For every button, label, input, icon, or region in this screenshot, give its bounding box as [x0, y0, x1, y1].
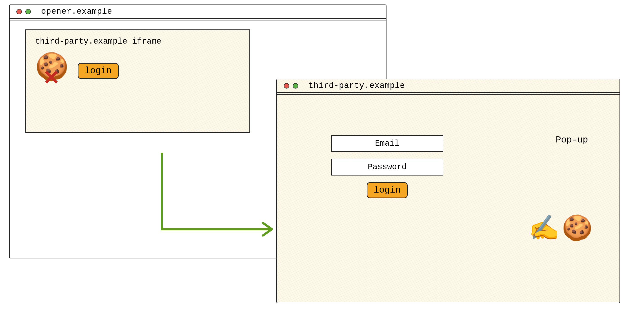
cross-icon: ✕	[43, 68, 60, 88]
close-icon[interactable]	[16, 9, 22, 14]
minimize-icon[interactable]	[293, 83, 298, 88]
cookie-icon: 🍪	[562, 213, 592, 244]
popup-label: Pop-up	[556, 135, 588, 145]
opener-title: opener.example	[41, 7, 112, 16]
opener-titlebar: opener.example	[10, 5, 386, 19]
writing-hand-icon: ✍️	[529, 213, 560, 244]
popup-window: third-party.example Pop-up Email Passwor…	[276, 79, 620, 303]
popup-title: third-party.example	[308, 81, 405, 90]
iframe-login-button[interactable]: login	[78, 63, 119, 79]
third-party-iframe: third-party.example iframe 🍪 ✕ login	[26, 30, 250, 133]
titlebar-divider	[277, 93, 620, 94]
popup-content: Pop-up Email Password login ✍️ 🍪	[277, 94, 620, 302]
email-field[interactable]: Email	[331, 135, 443, 152]
popup-login-button[interactable]: login	[367, 182, 408, 198]
password-field[interactable]: Password	[331, 159, 443, 176]
iframe-label: third-party.example iframe	[35, 37, 240, 46]
minimize-icon[interactable]	[26, 9, 31, 14]
cookie-writing: ✍️ 🍪	[529, 213, 592, 244]
titlebar-divider	[10, 19, 386, 20]
login-form: Email Password login	[308, 135, 466, 198]
popup-titlebar: third-party.example	[277, 79, 620, 93]
blocked-cookie: 🍪 ✕	[35, 55, 66, 86]
close-icon[interactable]	[284, 83, 289, 88]
